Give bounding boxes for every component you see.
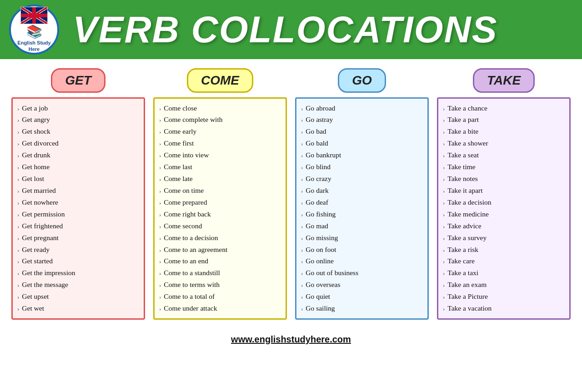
list-item: ›Come last [159, 161, 281, 173]
list-item: ›Take a chance [443, 102, 565, 114]
bullet-icon: › [159, 140, 161, 148]
list-item-text: Take medicine [447, 210, 489, 219]
list-item-text: Come early [164, 127, 196, 136]
list-item-text: Go dark [306, 186, 328, 196]
header-take: TAKE [473, 68, 535, 93]
list-item-text: Go bad [306, 127, 326, 136]
list-item-text: Take a bite [447, 127, 478, 136]
list-item-text: Take it apart [447, 186, 482, 196]
bullet-icon: › [301, 105, 303, 113]
list-item-text: Take an exam [447, 280, 487, 290]
list-item-text: Come complete with [164, 115, 222, 125]
list-item: ›Take an exam [443, 279, 565, 291]
list-item-text: Get shock [22, 127, 50, 136]
list-item-text: Come late [164, 174, 192, 184]
list-item: ›Get divorced [17, 138, 139, 150]
list-item: ›Come to an agreement [159, 244, 281, 256]
list-item-text: Get the message [22, 280, 68, 290]
list-item: ›Come first [159, 138, 281, 150]
page-title: VERB COLLOCATIONS [73, 8, 497, 51]
list-item: ›Go astray [301, 114, 423, 126]
bullet-icon: › [17, 105, 19, 113]
list-item: ›Come to terms with [159, 279, 281, 291]
book-icon: 📚 [26, 24, 42, 39]
bullet-icon: › [443, 163, 445, 171]
bullet-icon: › [301, 246, 303, 254]
list-item-text: Get upset [22, 292, 49, 302]
list-item-text: Get lost [22, 174, 44, 184]
column-take: TAKE›Take a chance›Take a part›Take a bi… [437, 68, 571, 320]
column-go: GO›Go abroad›Go astray›Go bad›Go bald›Go… [295, 68, 429, 320]
bullet-icon: › [443, 140, 445, 148]
list-item-text: Go blind [306, 162, 331, 172]
list-item: ›Get the impression [17, 267, 139, 279]
bullet-icon: › [17, 187, 19, 195]
list-item-text: Go astray [306, 115, 333, 125]
list-item: ›Come to a decision [159, 232, 281, 244]
list-item-text: Get married [22, 186, 55, 196]
list-item: ›Take care [443, 256, 565, 267]
header-come: COME [187, 68, 253, 93]
bullet-icon: › [159, 187, 161, 195]
bullet-icon: › [17, 305, 19, 313]
bullet-icon: › [443, 269, 445, 277]
list-item: ›Come complete with [159, 114, 281, 126]
list-item: ›Get home [17, 161, 139, 173]
list-item-text: Take advice [447, 221, 481, 231]
bullet-icon: › [301, 187, 303, 195]
logo: 📚 English Study Here [9, 5, 59, 55]
list-item-text: Go abroad [306, 104, 335, 113]
list-item: ›Go out of business [301, 267, 423, 279]
bullet-icon: › [301, 269, 303, 277]
list-item: ›Get permission [17, 208, 139, 220]
list-item-text: Take a chance [447, 104, 487, 113]
list-item: ›Go bad [301, 126, 423, 138]
list-item: ›Go crazy [301, 173, 423, 185]
list-item-text: Go sailing [306, 304, 335, 313]
bullet-icon: › [17, 281, 19, 289]
list-item-text: Take a decision [447, 198, 491, 207]
list-item: ›Take time [443, 161, 565, 173]
bullet-icon: › [159, 116, 161, 124]
list-item: ›Come to a total of [159, 291, 281, 303]
bullet-icon: › [159, 222, 161, 231]
list-item-text: Go bankrupt [306, 151, 341, 160]
list-item: ›Take a risk [443, 244, 565, 256]
list-item: ›Come on time [159, 185, 281, 196]
bullet-icon: › [17, 234, 19, 242]
list-item: ›Go overseas [301, 279, 423, 291]
list-item: ›Come to an end [159, 256, 281, 267]
bullet-icon: › [443, 281, 445, 289]
bullet-icon: › [17, 128, 19, 136]
list-item-text: Get nowhere [22, 198, 58, 207]
bullet-icon: › [17, 257, 19, 266]
list-item: ›Get married [17, 185, 139, 196]
footer-url: www.englishstudyhere.com [0, 329, 582, 348]
list-item-text: Go out of business [306, 268, 358, 278]
list-item-text: Go bald [306, 139, 328, 148]
bullet-icon: › [301, 116, 303, 124]
bullet-icon: › [301, 128, 303, 136]
bullet-icon: › [159, 281, 161, 289]
bullet-icon: › [443, 305, 445, 313]
bullet-icon: › [17, 151, 19, 160]
list-item: ›Go quiet [301, 291, 423, 303]
list-item: ›Come under attack [159, 303, 281, 315]
list-item-text: Come prepared [164, 198, 207, 207]
word-box-take: ›Take a chance›Take a part›Take a bite›T… [437, 97, 571, 320]
list-item-text: Come to terms with [164, 280, 220, 290]
bullet-icon: › [443, 211, 445, 219]
list-item-text: Get frightened [22, 221, 63, 231]
list-item: ›Get the message [17, 279, 139, 291]
word-box-go: ›Go abroad›Go astray›Go bad›Go bald›Go b… [295, 97, 429, 320]
list-item: ›Take a vacation [443, 303, 565, 315]
bullet-icon: › [443, 151, 445, 160]
column-get: GET›Get a job›Get angry›Get shock›Get di… [11, 68, 145, 320]
list-item-text: Go online [306, 256, 334, 266]
columns-container: GET›Get a job›Get angry›Get shock›Get di… [11, 68, 571, 320]
bullet-icon: › [17, 163, 19, 171]
list-item-text: Come to a standstill [164, 268, 220, 278]
bullet-icon: › [17, 175, 19, 183]
main-content: GET›Get a job›Get angry›Get shock›Get di… [0, 59, 582, 329]
list-item-text: Go fishing [306, 210, 336, 219]
